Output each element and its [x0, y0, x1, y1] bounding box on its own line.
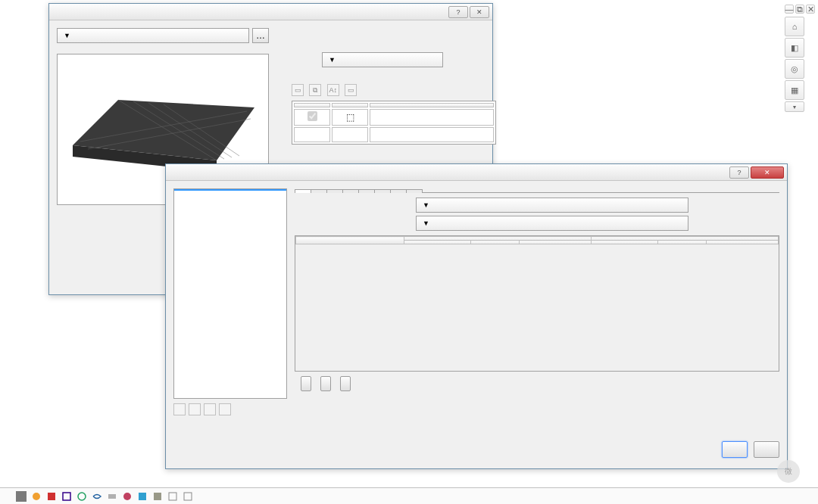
temporary-hide-icon[interactable] — [92, 491, 102, 502]
copy-icon[interactable] — [189, 403, 201, 415]
watermark: 微 — [777, 460, 804, 483]
svg-rect-10 — [48, 493, 55, 500]
category-table-container — [295, 235, 779, 372]
viewcube-icon[interactable]: ◧ — [785, 38, 804, 58]
modify-export-settings-dialog: ? ✕ — [165, 163, 788, 469]
nav-pane-icon[interactable]: ▦ — [785, 80, 804, 100]
svg-rect-18 — [184, 493, 192, 500]
close-icon[interactable]: ✕ — [806, 5, 815, 14]
nav-arrow-icon[interactable]: ▾ — [785, 101, 804, 112]
svg-point-14 — [123, 493, 131, 500]
toggle-icon[interactable]: — — [785, 5, 794, 14]
export-list-table: ⬚ — [292, 101, 496, 145]
col-category[interactable] — [296, 237, 404, 244]
expand-all-button[interactable] — [301, 376, 311, 391]
settings-list-item[interactable] — [174, 189, 286, 191]
steering-wheel-icon[interactable]: ◎ — [785, 59, 804, 79]
status-bar — [0, 487, 818, 504]
svg-point-12 — [78, 493, 86, 500]
watermark-logo-icon: 微 — [777, 460, 800, 483]
tab-units[interactable] — [390, 189, 407, 193]
chevron-down-icon: ▼ — [64, 32, 70, 39]
check-all-icon[interactable]: A↕ — [327, 84, 339, 96]
tab-general[interactable] — [406, 189, 423, 193]
svg-rect-8 — [16, 491, 27, 502]
category-table[interactable] — [295, 236, 779, 244]
col-p-color[interactable] — [470, 241, 519, 244]
icon-generic-1[interactable] — [167, 491, 178, 502]
new-icon[interactable] — [173, 403, 186, 415]
tab-fonts[interactable] — [342, 189, 359, 193]
standard-combo[interactable]: ▼ — [416, 216, 688, 231]
visual-style-icon[interactable] — [152, 491, 163, 502]
uncheck-all-icon[interactable]: ▭ — [345, 84, 357, 96]
view3d-icon: ⬚ — [346, 112, 354, 123]
layer-options-combo[interactable]: ▼ — [416, 198, 688, 213]
col-s-mod[interactable] — [706, 241, 778, 244]
close-button[interactable]: ✕ — [751, 166, 784, 179]
duplicate-set-icon[interactable]: ⧉ — [309, 84, 321, 96]
icon-generic-2[interactable] — [183, 491, 193, 502]
table-row[interactable] — [294, 127, 494, 142]
add-modifier-button[interactable] — [340, 376, 351, 391]
close-button[interactable]: ✕ — [470, 6, 489, 18]
tab-lines[interactable] — [311, 189, 327, 193]
export-scope-combo[interactable]: ▼ — [322, 52, 443, 67]
settings-toolbar — [173, 403, 292, 415]
preview-3d-model — [65, 77, 262, 176]
chevron-down-icon: ▼ — [423, 201, 429, 209]
tab-colors[interactable] — [358, 189, 375, 193]
crop-icon[interactable] — [61, 491, 72, 502]
collapse-all-button[interactable] — [320, 376, 331, 391]
cancel-button[interactable] — [754, 441, 779, 458]
reveal-hidden-icon[interactable] — [107, 491, 117, 502]
chevron-down-icon: ▼ — [329, 56, 336, 64]
edit-settings-button[interactable]: … — [252, 28, 269, 43]
tab-solids[interactable] — [374, 189, 391, 193]
svg-rect-13 — [108, 494, 116, 499]
svg-rect-11 — [63, 493, 70, 500]
include-checkbox — [308, 111, 317, 121]
crop-region-icon[interactable] — [76, 491, 87, 502]
svg-rect-17 — [169, 493, 176, 500]
table-row[interactable]: ⬚ — [294, 109, 494, 126]
worksharing-icon[interactable] — [122, 491, 133, 502]
svg-rect-15 — [139, 493, 146, 500]
viewcube-home-icon[interactable]: ⌂ — [785, 17, 804, 36]
tabs — [295, 188, 779, 193]
delete-icon[interactable] — [219, 403, 231, 415]
col-name[interactable] — [370, 103, 494, 107]
col-p-layer[interactable] — [404, 241, 470, 244]
restore-icon[interactable]: ⧉ — [795, 5, 804, 14]
tab-patterns[interactable] — [326, 189, 343, 193]
col-s-layer[interactable] — [591, 241, 657, 244]
col-include[interactable] — [294, 103, 330, 107]
graphic-display-icon[interactable] — [16, 491, 27, 502]
render-icon[interactable] — [137, 491, 148, 502]
shadows-icon[interactable] — [46, 491, 57, 502]
col-type[interactable] — [332, 103, 368, 107]
svg-point-9 — [33, 493, 40, 500]
col-s-color[interactable] — [657, 241, 706, 244]
rename-icon[interactable] — [204, 403, 216, 415]
sun-path-icon[interactable] — [31, 491, 42, 502]
help-button[interactable]: ? — [729, 166, 749, 179]
export-settings-combo[interactable]: ▼ — [57, 28, 249, 43]
svg-rect-16 — [154, 493, 161, 500]
settings-list[interactable] — [173, 188, 287, 399]
chevron-down-icon: ▼ — [423, 219, 429, 227]
new-set-icon[interactable]: ▭ — [292, 84, 304, 96]
help-button[interactable]: ? — [448, 6, 468, 18]
ok-button[interactable] — [722, 441, 748, 458]
col-p-mod[interactable] — [519, 241, 591, 244]
tab-layers[interactable] — [295, 189, 311, 193]
